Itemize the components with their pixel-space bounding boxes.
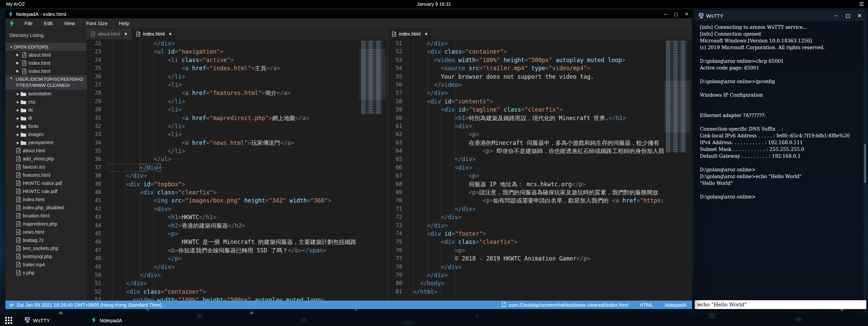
tree-file[interactable]: index.php_disabled — [5, 204, 87, 212]
code-line-23[interactable]: 23 <ul id="navigation"> — [87, 47, 387, 56]
tree-file[interactable]: favicon.ico — [5, 163, 87, 171]
code-line-33[interactable]: 33 <li> — [87, 130, 387, 138]
tree-folder[interactable]: ▶yamiyamimi — [5, 138, 87, 147]
minimize-icon[interactable]: ─ — [664, 12, 667, 17]
close-icon[interactable]: ✖ — [16, 53, 20, 57]
tree-file[interactable]: HKWTC rule.pdf — [5, 187, 87, 195]
tree-file[interactable]: location.html — [5, 212, 87, 220]
minimap-left[interactable] — [359, 39, 386, 301]
code-line-35[interactable]: 35 </li> — [87, 147, 387, 155]
code-line-42[interactable]: 42 <div> — [87, 205, 387, 213]
code-line-81[interactable]: 81</html> — [388, 288, 692, 296]
taskbar-item-wstty[interactable]: WsTTY — [20, 314, 53, 326]
code-line-77[interactable]: 77 © 2018 - 2019 HKWTC Animation Gamer</… — [388, 254, 692, 263]
code-line-40[interactable]: 40 <div class="clearfix"> — [87, 188, 387, 196]
tree-file[interactable]: trailer.mp4 — [5, 261, 87, 269]
code-line-54[interactable]: 54 <source src="trailer.mp4" type="video… — [388, 64, 692, 72]
code-line-45[interactable]: 45 <p> — [87, 230, 387, 238]
close-icon[interactable]: ✖ — [169, 32, 172, 36]
editor-tab-index.html[interactable]: index.html✖ — [132, 28, 176, 39]
tree-file[interactable]: test_sockets.php — [5, 244, 87, 252]
code-area-left[interactable]: 22 </div>23 <ul id="navigation">24 <li c… — [87, 39, 387, 301]
menu-item-view[interactable]: View — [58, 18, 81, 28]
code-line-71[interactable]: 71 </div> — [388, 205, 692, 213]
code-line-80[interactable]: 80 </body> — [388, 279, 692, 287]
minimap-right[interactable] — [664, 39, 690, 301]
code-line-74[interactable]: 74 <div id="footer"> — [388, 230, 692, 238]
code-line-51[interactable]: 51 </div> — [388, 39, 692, 47]
code-line-27[interactable]: 27 <li> — [87, 81, 387, 89]
editor-tab-about.html[interactable]: about.html✖ — [87, 28, 132, 39]
code-line-52[interactable]: 52 <div class="container"> — [388, 47, 692, 56]
editor-pane-left[interactable]: about.html✖index.html✖ 22 </div>23 <ul i… — [87, 28, 387, 301]
code-line-51[interactable]: 51 </div> — [87, 279, 387, 287]
close-icon[interactable]: ✕ — [857, 13, 862, 18]
code-line-55[interactable]: 55 Your browser does not support the vid… — [388, 73, 692, 81]
code-line-68[interactable]: 68 伺服器 IP 地址為： mcs.hkwtc.org</p> — [388, 180, 692, 188]
code-line-59[interactable]: 59 <div id="tagline" class="clearfix"> — [388, 106, 692, 114]
editor-tab-index.html[interactable]: index.html✖ — [388, 28, 432, 39]
code-line-43[interactable]: 43 <h1>HKWTC</h1> — [87, 213, 387, 221]
tree-file[interactable]: news.html — [5, 228, 87, 236]
code-line-62[interactable]: 62 <p> — [388, 130, 692, 138]
menu-item-help[interactable]: Help — [113, 18, 135, 28]
code-line-78[interactable]: 78 </div> — [388, 263, 692, 271]
app-launcher-icon[interactable] — [5, 317, 12, 324]
code-line-64[interactable]: 64 <p> 即使你不是建築師，你也能透過紅石師或鐵路工程師的身份加入我 — [388, 147, 692, 155]
code-line-32[interactable]: 32 </li> — [87, 122, 387, 130]
code-line-76[interactable]: 76 <p> — [388, 246, 692, 254]
code-line-61[interactable]: 61 <div> — [388, 122, 692, 130]
code-line-26[interactable]: 26 </li> — [87, 73, 387, 81]
code-line-49[interactable]: 49 </div> — [87, 263, 387, 271]
tree-folder[interactable]: ▶dc — [5, 106, 87, 114]
close-icon[interactable]: ✖ — [425, 32, 428, 36]
code-line-79[interactable]: 79 </div> — [388, 271, 692, 279]
code-line-52[interactable]: 52 <div class="container"> — [87, 288, 387, 296]
code-line-31[interactable]: 31 <a href="mapredirect.php">網上地圖</a> — [87, 114, 387, 122]
code-line-36[interactable]: 36 </ul> — [87, 155, 387, 163]
menu-item-edit[interactable]: Edit — [38, 18, 58, 28]
code-line-39[interactable]: 39 <div id="topbox"> — [87, 180, 387, 188]
code-line-24[interactable]: 24 <li class="active"> — [87, 56, 387, 64]
tree-file[interactable]: index.html — [5, 195, 87, 204]
minimize-icon[interactable]: ─ — [835, 13, 838, 18]
tree-file[interactable]: x.php — [5, 269, 87, 277]
code-line-63[interactable]: 63 在香港的Minecraft 伺服器中，多為小遊戲和純生存的伺服器，較少擁有 — [388, 139, 692, 147]
hamburger-menu-icon[interactable]: ☰ — [860, 1, 864, 6]
code-line-29[interactable]: 29 </li> — [87, 97, 387, 106]
code-line-44[interactable]: 44 <h2>香港的建築伺服器</h2> — [87, 222, 387, 230]
terminal-scrollbar[interactable] — [864, 21, 866, 300]
editor-pane-right[interactable]: index.html✖ 51 </div>52 <div class="cont… — [387, 28, 692, 301]
notepada-titlebar[interactable]: NotepadA - index.html ─ ▢ ✕ — [5, 9, 692, 18]
code-line-53[interactable]: 53 <video width="100%" height="500px" au… — [388, 56, 692, 64]
tree-file[interactable]: teabag.7z — [5, 236, 87, 244]
tree-file[interactable]: mapredirect.php — [5, 220, 87, 228]
status-file-path[interactable]: user:/Desktop/screenshot/test/www cleane… — [509, 302, 628, 308]
close-icon[interactable]: ✖ — [16, 61, 20, 65]
code-line-69[interactable]: 69 <p>請注意，我們的伺服器為確保玩家及遊玩時的質素，我們對的服務開放 — [388, 188, 692, 196]
code-line-56[interactable]: 56 </video> — [388, 81, 692, 89]
tree-file[interactable]: add_vhost.php — [5, 155, 87, 163]
tree-section-workspace[interactable]: ▼USER:/DESKTOP/SCREENSHOT/TEST/WWW CLEAN… — [5, 75, 87, 90]
close-icon[interactable]: ✖ — [16, 69, 20, 74]
code-line-57[interactable]: 57 </div> — [388, 89, 692, 97]
wstty-titlebar[interactable]: WsTTY ─ ▢ ✕ — [695, 10, 866, 21]
tree-file[interactable]: features.html — [5, 171, 87, 179]
code-line-73[interactable]: 73 </div> — [388, 222, 692, 230]
open-editor-item[interactable]: ✖about.html — [5, 51, 87, 59]
open-editor-item[interactable]: ✖index.html — [5, 59, 87, 67]
code-line-37[interactable]: 37 </div> — [87, 164, 387, 172]
code-line-25[interactable]: 25 <a href="index.html">主頁</a> — [87, 64, 387, 72]
maximize-icon[interactable]: ▢ — [674, 12, 678, 17]
code-line-30[interactable]: 30 <li> — [87, 106, 387, 114]
code-line-60[interactable]: 60 <h1>特別為建築及鐵路而設，現代化的 Minecraft 世界.</h1… — [388, 114, 692, 122]
maximize-icon[interactable]: ▢ — [846, 13, 850, 18]
code-line-48[interactable]: 48 </p> — [87, 254, 387, 263]
code-line-34[interactable]: 34 <a href="news.html">玩家傳送門</a> — [87, 139, 387, 147]
tree-folder[interactable]: ▶fonts — [5, 122, 87, 130]
tree-section-open-editors[interactable]: ▼OPEN EDITORS — [5, 43, 87, 51]
code-line-70[interactable]: 70 <p>如有問題或需要申請白名單，歡迎加入我們的 <a href="http… — [388, 196, 692, 205]
tree-folder[interactable]: ▶images — [5, 130, 87, 138]
tree-folder[interactable]: ▶dl — [5, 114, 87, 122]
menu-item-file[interactable]: File — [19, 18, 38, 28]
